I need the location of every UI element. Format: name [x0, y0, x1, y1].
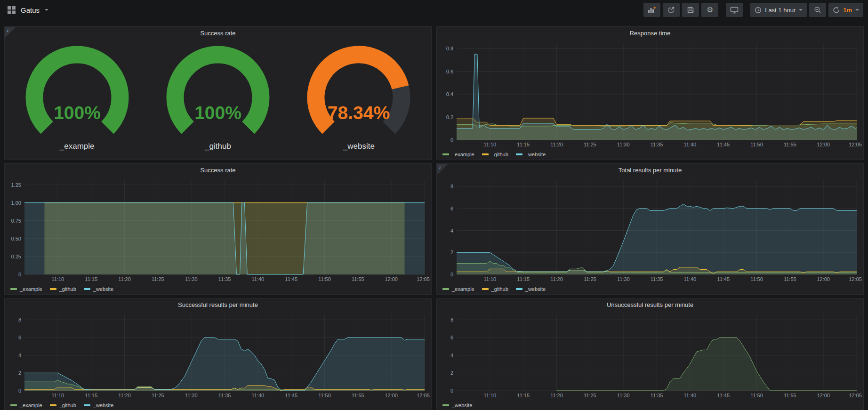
svg-text:12:05: 12:05: [849, 142, 862, 147]
tv-mode-button[interactable]: [726, 3, 743, 17]
total-results-plot[interactable]: 0246811:1011:1511:2011:2511:3011:3511:40…: [437, 176, 863, 284]
legend-item-_github[interactable]: _github: [482, 152, 508, 157]
gauge-value: 78.34%: [328, 103, 390, 123]
svg-text:11:35: 11:35: [651, 142, 663, 147]
gauge-value: 100%: [194, 103, 241, 123]
svg-text:11:55: 11:55: [784, 142, 796, 147]
add-panel-button[interactable]: [643, 3, 660, 17]
svg-text:11:40: 11:40: [683, 142, 696, 147]
legend-item-_website[interactable]: _website: [442, 402, 472, 408]
refresh-picker[interactable]: 1m: [828, 3, 863, 17]
gauge-label: _example: [60, 142, 95, 151]
legend-item-_website[interactable]: _website: [516, 286, 546, 292]
panel-success-rate-timeseries: Success rate 00.250.500.751.001.2511:101…: [4, 163, 432, 295]
legend-item-_website[interactable]: _website: [84, 286, 113, 292]
success-rate-timeseries-plot[interactable]: 00.250.500.751.001.2511:1011:1511:2011:2…: [5, 176, 431, 284]
time-range-picker[interactable]: Last 1 hour: [750, 3, 807, 17]
legend-item-_example[interactable]: _example: [10, 402, 42, 408]
svg-text:11:55: 11:55: [352, 276, 364, 282]
panel-title[interactable]: Success rate: [200, 30, 235, 37]
chart-legend: _example_github_website: [5, 400, 431, 410]
chart-area[interactable]: 0246811:1011:1511:2011:2511:3011:3511:40…: [437, 311, 863, 400]
svg-text:11:15: 11:15: [517, 142, 530, 147]
svg-text:11:10: 11:10: [483, 393, 496, 398]
zoom-out-button[interactable]: [809, 3, 826, 17]
svg-text:11:20: 11:20: [118, 393, 131, 398]
time-range-label: Last 1 hour: [765, 7, 796, 14]
gauge-label: _website: [343, 142, 375, 151]
legend-swatch: [50, 404, 56, 406]
legend-item-_website[interactable]: _website: [516, 152, 546, 157]
chart-area[interactable]: 0246811:1011:1511:2011:2511:3011:3511:40…: [437, 176, 863, 284]
legend-item-_github[interactable]: _github: [50, 402, 76, 408]
panel-info-icon[interactable]: i: [437, 164, 448, 175]
panel-title[interactable]: Response time: [630, 30, 671, 37]
refresh-caret-icon: [855, 9, 859, 11]
svg-text:11:15: 11:15: [517, 276, 530, 282]
svg-text:12:00: 12:00: [817, 393, 830, 398]
svg-text:1.25: 1.25: [11, 182, 21, 188]
chart-area[interactable]: 00.20.40.60.811:1011:1511:2011:2511:3011…: [437, 39, 863, 149]
panel-header: Unsuccessful results per minute: [437, 298, 863, 311]
svg-text:8: 8: [450, 317, 453, 322]
svg-text:6: 6: [18, 335, 21, 340]
svg-text:11:30: 11:30: [185, 276, 198, 282]
legend-item-_github[interactable]: _github: [50, 286, 76, 292]
legend-item-_example[interactable]: _example: [10, 286, 42, 292]
legend-label: _website: [525, 152, 546, 157]
legend-swatch: [10, 404, 17, 406]
svg-text:11:45: 11:45: [717, 393, 730, 398]
legend-item-_example[interactable]: _example: [442, 286, 474, 292]
panel-title[interactable]: Successful results per minute: [178, 301, 258, 308]
unsuccessful-results-plot[interactable]: 0246811:1011:1511:2011:2511:3011:3511:40…: [437, 311, 863, 400]
refresh-icon: [833, 7, 840, 14]
svg-text:11:25: 11:25: [584, 276, 596, 282]
share-button[interactable]: [663, 3, 680, 17]
svg-text:11:35: 11:35: [651, 393, 663, 398]
legend-item-_website[interactable]: _website: [84, 402, 113, 408]
chart-area[interactable]: 00.250.500.751.001.2511:1011:1511:2011:2…: [5, 176, 431, 284]
svg-text:0: 0: [450, 388, 453, 394]
panel-success-rate-gauges: i Success rate 100%_example100%_github78…: [4, 26, 432, 160]
panel-successful-results: Successful results per minute 0246811:10…: [4, 298, 432, 410]
svg-text:11:20: 11:20: [550, 393, 563, 398]
svg-text:11:45: 11:45: [285, 276, 297, 282]
response-time-plot[interactable]: 00.20.40.60.811:1011:1511:2011:2511:3011…: [437, 39, 863, 149]
panel-title[interactable]: Total results per minute: [619, 167, 682, 174]
chart-area[interactable]: 0246811:1011:1511:2011:2511:3011:3511:40…: [5, 311, 431, 400]
panel-header: Total results per minute: [437, 164, 863, 176]
gauge-label: _github: [205, 142, 231, 151]
legend-swatch: [10, 288, 17, 290]
legend-item-_github[interactable]: _github: [482, 286, 508, 292]
svg-text:11:25: 11:25: [584, 142, 596, 147]
zoom-out-icon: [814, 6, 821, 14]
svg-text:11:10: 11:10: [51, 393, 64, 398]
svg-text:8: 8: [18, 317, 21, 322]
svg-text:11:50: 11:50: [318, 393, 331, 398]
svg-text:6: 6: [450, 206, 453, 211]
panel-title[interactable]: Success rate: [200, 167, 235, 174]
gauge-value: 100%: [54, 103, 101, 123]
svg-text:0: 0: [450, 272, 453, 277]
svg-text:11:45: 11:45: [717, 276, 730, 282]
legend-swatch: [516, 153, 522, 155]
svg-text:12:05: 12:05: [417, 276, 430, 282]
dashboard-caret-icon[interactable]: [45, 9, 48, 11]
add-panel-icon: [648, 6, 656, 14]
settings-button[interactable]: ⚙: [701, 3, 718, 17]
svg-text:11:25: 11:25: [152, 276, 164, 282]
panel-info-icon[interactable]: i: [5, 27, 16, 38]
legend-item-_example[interactable]: _example: [442, 152, 474, 157]
panel-response-time: Response time 00.20.40.60.811:1011:1511:…: [436, 26, 864, 160]
svg-text:11:45: 11:45: [285, 393, 297, 398]
dashboard-title[interactable]: Gatus: [21, 6, 40, 14]
legend-label: _website: [452, 402, 472, 408]
dashboard-grid-icon[interactable]: [8, 6, 16, 14]
panel-title[interactable]: Unsuccessful results per minute: [607, 301, 693, 308]
successful-results-plot[interactable]: 0246811:1011:1511:2011:2511:3011:3511:40…: [5, 311, 431, 400]
svg-text:11:50: 11:50: [750, 276, 763, 282]
svg-text:0.2: 0.2: [446, 114, 453, 120]
save-button[interactable]: [682, 3, 699, 17]
svg-text:0: 0: [450, 137, 453, 143]
legend-label: _github: [59, 402, 76, 408]
